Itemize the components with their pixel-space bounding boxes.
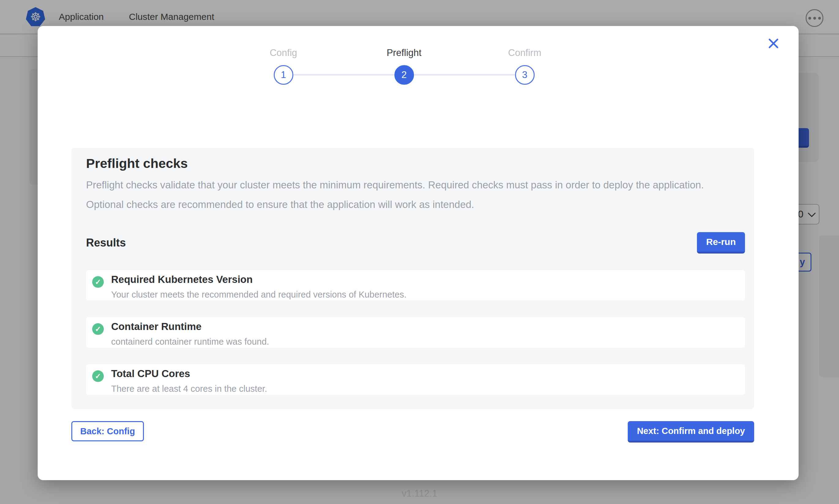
check-detail: containerd container runtime was found. (111, 337, 269, 347)
step-confirm[interactable]: Confirm 3 (515, 48, 535, 85)
check-pass-icon: ✓ (92, 323, 104, 335)
back-config-button[interactable]: Back: Config (71, 421, 144, 441)
check-title: Total CPU Cores (111, 368, 267, 380)
results-heading: Results (86, 236, 126, 249)
panel-description: Preflight checks validate that your clus… (86, 175, 720, 214)
preflight-modal: Config 1 Preflight 2 Confirm 3 Preflight… (38, 26, 799, 480)
check-detail: There are at least 4 cores in the cluste… (111, 384, 267, 394)
check-detail: Your cluster meets the recommended and r… (111, 290, 407, 300)
step-circle: 1 (274, 65, 293, 85)
results-row: Results Re-run (86, 232, 745, 254)
stepper-connector (293, 74, 394, 75)
panel-title: Preflight checks (86, 156, 745, 171)
step-circle: 3 (515, 65, 535, 85)
preflight-check-row: ✓ Required Kubernetes Version Your clust… (86, 270, 745, 301)
step-circle: 2 (394, 65, 414, 85)
step-config[interactable]: Config 1 (274, 48, 293, 85)
step-label: Config (270, 48, 297, 58)
preflight-panel: Preflight checks Preflight checks valida… (71, 148, 754, 409)
preflight-check-row: ✓ Container Runtime containerd container… (86, 317, 745, 348)
check-pass-icon: ✓ (92, 370, 104, 382)
screen: ☸ Application Cluster Management 0 (0, 0, 839, 504)
step-preflight[interactable]: Preflight 2 (394, 48, 414, 85)
step-label: Confirm (508, 48, 541, 58)
check-pass-icon: ✓ (92, 276, 104, 288)
check-title: Container Runtime (111, 321, 269, 332)
rerun-button[interactable]: Re-run (697, 232, 745, 254)
step-label: Preflight (387, 48, 422, 58)
check-title: Required Kubernetes Version (111, 274, 407, 285)
modal-footer: Back: Config Next: Confirm and deploy (71, 421, 754, 443)
next-confirm-deploy-button[interactable]: Next: Confirm and deploy (628, 421, 754, 443)
preflight-check-row: ✓ Total CPU Cores There are at least 4 c… (86, 364, 745, 395)
stepper-connector (414, 74, 515, 75)
wizard-stepper: Config 1 Preflight 2 Confirm 3 (23, 26, 785, 85)
